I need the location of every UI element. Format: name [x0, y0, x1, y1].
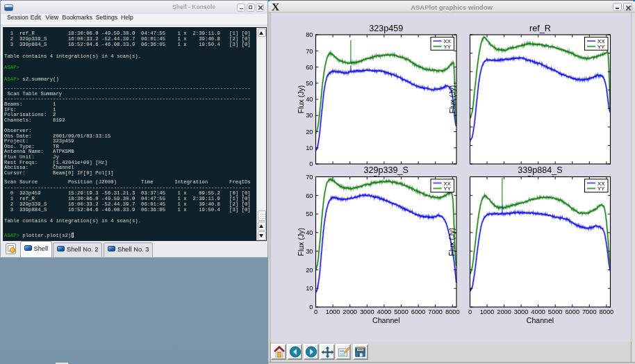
- svg-text:2000: 2000: [497, 308, 511, 315]
- svg-text:Flux (Jy): Flux (Jy): [448, 85, 456, 114]
- svg-text:30: 30: [306, 112, 313, 119]
- svg-text:339p884_S: 339p884_S: [518, 165, 562, 175]
- svg-text:50: 50: [306, 210, 313, 217]
- svg-text:Flux (Jy): Flux (Jy): [297, 228, 305, 256]
- svg-text:10: 10: [306, 144, 313, 151]
- svg-text:60: 60: [306, 64, 313, 71]
- svg-text:4000: 4000: [377, 308, 392, 315]
- svg-text:8000: 8000: [600, 308, 614, 315]
- svg-text:3000: 3000: [360, 308, 374, 315]
- svg-text:7000: 7000: [428, 308, 443, 315]
- svg-text:20: 20: [306, 129, 313, 135]
- svg-text:70: 70: [306, 174, 313, 181]
- svg-text:5000: 5000: [548, 308, 563, 315]
- svg-text:6000: 6000: [565, 308, 579, 315]
- svg-text:10: 10: [306, 285, 313, 292]
- svg-text:Channel: Channel: [527, 316, 554, 324]
- svg-text:60: 60: [306, 192, 313, 199]
- svg-text:7000: 7000: [582, 308, 597, 315]
- svg-text:Flux (Jy): Flux (Jy): [297, 85, 305, 114]
- svg-text:70: 70: [306, 48, 313, 55]
- svg-text:80: 80: [306, 31, 313, 38]
- svg-text:6000: 6000: [411, 308, 426, 315]
- svg-text:4000: 4000: [531, 308, 545, 315]
- svg-text:323p459: 323p459: [369, 24, 403, 33]
- svg-text:YY: YY: [597, 185, 605, 192]
- svg-text:1000: 1000: [480, 308, 495, 315]
- svg-text:Channel: Channel: [372, 316, 399, 324]
- svg-text:0: 0: [309, 304, 313, 311]
- svg-text:0: 0: [309, 160, 313, 167]
- svg-text:5000: 5000: [394, 308, 409, 315]
- svg-text:0: 0: [314, 308, 318, 315]
- svg-text:30: 30: [306, 248, 313, 255]
- svg-text:Flux (Jy): Flux (Jy): [448, 228, 456, 256]
- svg-text:40: 40: [306, 96, 313, 103]
- svg-text:50: 50: [306, 80, 313, 87]
- svg-text:20: 20: [306, 267, 313, 274]
- svg-text:329p339_S: 329p339_S: [364, 165, 409, 175]
- svg-text:1000: 1000: [326, 308, 340, 315]
- svg-text:0: 0: [468, 308, 472, 315]
- svg-text:YY: YY: [444, 185, 452, 192]
- svg-text:YY: YY: [444, 44, 452, 50]
- svg-text:3000: 3000: [514, 308, 529, 315]
- svg-text:8000: 8000: [445, 308, 460, 315]
- svg-text:40: 40: [306, 229, 313, 236]
- svg-text:ref_R: ref_R: [529, 24, 551, 33]
- svg-text:YY: YY: [597, 44, 605, 50]
- svg-text:2000: 2000: [343, 308, 357, 315]
